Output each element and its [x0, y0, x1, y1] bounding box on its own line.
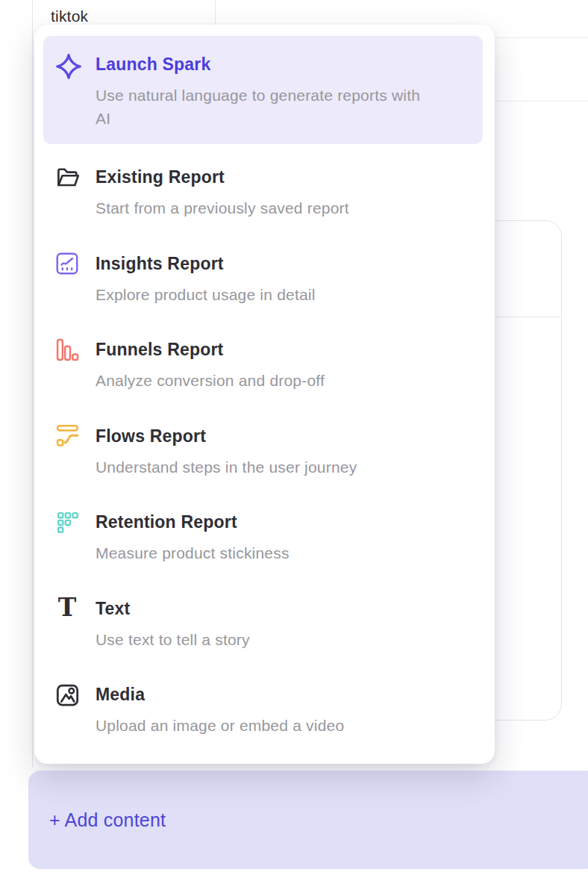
menu-item-text: Retention Report Measure product stickin… — [96, 511, 290, 564]
media-image-icon — [54, 682, 80, 707]
menu-item-existing-report[interactable]: Existing Report Start from a previously … — [34, 144, 495, 231]
menu-item-title: Flows Report — [96, 426, 357, 447]
menu-item-text: Existing Report Start from a previously … — [96, 167, 349, 220]
menu-item-subtitle: Use text to tell a story — [96, 629, 250, 651]
add-content-button[interactable]: + Add content — [28, 771, 588, 869]
menu-item-subtitle: Upload an image or embed a video — [96, 715, 344, 737]
menu-item-text-block[interactable]: T Text Use text to tell a story — [34, 576, 495, 662]
menu-item-insights-report[interactable]: Insights Report Explore product usage in… — [34, 231, 495, 317]
menu-item-text: Text Use text to tell a story — [96, 598, 250, 651]
menu-item-funnels-report[interactable]: Funnels Report Analyze conversion and dr… — [34, 317, 495, 403]
menu-item-text: Insights Report Explore product usage in… — [96, 253, 316, 306]
menu-item-title: Retention Report — [96, 511, 290, 532]
menu-item-title: Existing Report — [96, 167, 349, 187]
text-t-icon: T — [54, 596, 80, 621]
menu-item-title: Launch Spark — [96, 54, 424, 75]
menu-item-title: Funnels Report — [96, 339, 325, 360]
menu-item-subtitle: Measure product stickiness — [96, 542, 290, 564]
table-column-border — [215, 0, 216, 25]
menu-item-title: Insights Report — [96, 253, 316, 274]
menu-item-subtitle: Start from a previously saved report — [96, 197, 349, 220]
menu-item-flows-report[interactable]: Flows Report Understand steps in the use… — [34, 403, 495, 490]
menu-item-text: Flows Report Understand steps in the use… — [96, 426, 357, 479]
menu-item-text: Funnels Report Analyze conversion and dr… — [96, 339, 325, 392]
table-column-border — [32, 0, 33, 768]
menu-item-subtitle: Analyze conversion and drop-off — [96, 370, 325, 392]
menu-item-title: Media — [96, 684, 344, 705]
flows-icon — [54, 423, 80, 449]
menu-item-title: Text — [96, 598, 250, 619]
retention-grid-icon — [54, 509, 80, 535]
page-root: { "background": { "table_cell_text": "ti… — [0, 0, 588, 896]
add-content-label: + Add content — [49, 809, 166, 831]
open-folder-icon — [54, 164, 80, 190]
menu-item-subtitle: Use natural language to generate reports… — [96, 84, 424, 130]
menu-item-subtitle: Explore product usage in detail — [96, 284, 316, 306]
table-cell-text: tiktok — [51, 7, 88, 25]
menu-item-media[interactable]: Media Upload an image or embed a video — [34, 662, 495, 748]
menu-item-retention-report[interactable]: Retention Report Measure product stickin… — [34, 489, 495, 576]
menu-item-text: Media Upload an image or embed a video — [96, 684, 344, 737]
insights-chart-icon — [54, 251, 80, 276]
menu-item-subtitle: Understand steps in the user journey — [96, 456, 357, 479]
add-content-dropdown-menu: Launch Spark Use natural language to gen… — [34, 25, 495, 764]
menu-item-text: Launch Spark Use natural language to gen… — [96, 54, 424, 130]
menu-item-launch-spark[interactable]: Launch Spark Use natural language to gen… — [43, 36, 483, 144]
funnel-bars-icon — [54, 337, 80, 362]
spark-icon — [54, 52, 83, 81]
